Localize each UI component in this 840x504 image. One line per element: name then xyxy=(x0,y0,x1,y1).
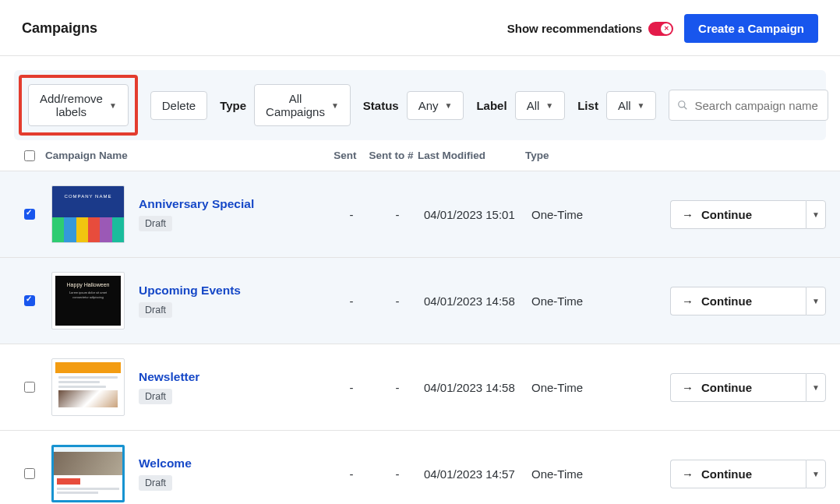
row-action-split-button: → Continue ▼ xyxy=(670,287,826,315)
continue-button[interactable]: → Continue xyxy=(670,287,806,315)
show-recommendations: Show recommendations xyxy=(507,22,673,36)
type-filter: Type All Campaigns ▼ xyxy=(220,84,351,126)
type-cell: One-Time xyxy=(531,208,648,221)
sent-to-cell: - xyxy=(371,294,424,308)
caret-down-icon: ▼ xyxy=(545,101,553,110)
type-cell: One-Time xyxy=(531,381,648,394)
continue-button[interactable]: → Continue xyxy=(670,200,806,229)
type-filter-dropdown[interactable]: All Campaigns ▼ xyxy=(254,84,351,126)
filter-bar: Add/remove labels ▼ Delete Type All Camp… xyxy=(14,70,826,140)
status-badge: Draft xyxy=(139,302,172,318)
label-filter-label: Label xyxy=(476,99,506,112)
caret-down-icon: ▼ xyxy=(331,101,339,110)
arrow-right-icon: → xyxy=(682,467,694,481)
column-header-type: Type xyxy=(525,150,642,161)
table-row: Newsletter Draft - - 04/01/2023 14:58 On… xyxy=(0,344,840,431)
row-checkbox[interactable] xyxy=(24,295,35,306)
add-remove-labels-label: Add/remove labels xyxy=(40,92,103,118)
row-action-split-button: → Continue ▼ xyxy=(670,460,826,488)
campaign-name-link[interactable]: Anniversary Special xyxy=(139,197,254,210)
column-header-sent: Sent xyxy=(326,150,365,161)
caret-down-icon: ▼ xyxy=(637,101,645,110)
caret-down-icon: ▼ xyxy=(445,101,453,110)
type-cell: One-Time xyxy=(531,467,648,481)
list-filter-label: List xyxy=(577,99,598,112)
svg-point-0 xyxy=(679,101,685,107)
status-badge: Draft xyxy=(139,216,172,231)
caret-down-icon: ▼ xyxy=(109,101,117,110)
modified-cell: 04/01/2023 14:58 xyxy=(424,381,531,394)
campaign-name-link[interactable]: Upcoming Events xyxy=(139,284,241,297)
caret-down-icon: ▼ xyxy=(812,297,820,305)
status-filter-value: Any xyxy=(418,99,439,112)
campaign-thumbnail[interactable] xyxy=(51,358,125,416)
search-box[interactable] xyxy=(669,90,828,121)
row-action-dropdown[interactable]: ▼ xyxy=(806,460,826,488)
type-filter-value: All Campaigns xyxy=(266,92,325,118)
page-header: Campaigns Show recommendations Create a … xyxy=(0,0,840,56)
status-filter-label: Status xyxy=(363,99,399,112)
highlight-annotation: Add/remove labels ▼ xyxy=(19,75,138,136)
list-filter-dropdown[interactable]: All ▼ xyxy=(606,91,657,120)
modified-cell: 04/01/2023 14:58 xyxy=(424,294,531,308)
show-recommendations-label: Show recommendations xyxy=(507,22,642,35)
status-filter: Status Any ▼ xyxy=(363,91,464,120)
column-header-sent-to: Sent to # xyxy=(365,150,418,161)
search-input[interactable] xyxy=(694,99,820,112)
status-filter-dropdown[interactable]: Any ▼ xyxy=(407,91,464,120)
label-filter: Label All ▼ xyxy=(476,91,565,120)
row-action-dropdown[interactable]: ▼ xyxy=(806,200,826,229)
svg-line-1 xyxy=(684,107,687,110)
campaign-name-link[interactable]: Newsletter xyxy=(139,370,199,383)
list-filter: List All ▼ xyxy=(577,91,656,120)
column-header-modified: Last Modified xyxy=(418,150,525,161)
recommendations-toggle[interactable] xyxy=(648,22,673,36)
row-action-dropdown[interactable]: ▼ xyxy=(806,373,826,402)
label-filter-dropdown[interactable]: All ▼ xyxy=(515,91,566,120)
arrow-right-icon: → xyxy=(682,381,694,394)
create-campaign-button[interactable]: Create a Campaign xyxy=(684,14,818,43)
table-row: Happy Halloween Lorem ipsum dolor sit am… xyxy=(0,258,840,344)
status-badge: Draft xyxy=(139,389,172,404)
table-row: Welcome Draft - - 04/01/2023 14:57 One-T… xyxy=(0,431,840,504)
add-remove-labels-button[interactable]: Add/remove labels ▼ xyxy=(28,84,129,126)
sent-to-cell: - xyxy=(371,381,424,394)
label-filter-value: All xyxy=(527,99,540,112)
select-all-cell xyxy=(14,150,45,161)
close-icon xyxy=(661,23,672,34)
row-action-split-button: → Continue ▼ xyxy=(670,373,826,402)
header-actions: Show recommendations Create a Campaign xyxy=(507,14,818,43)
type-cell: One-Time xyxy=(531,294,648,308)
continue-label: Continue xyxy=(701,208,752,221)
type-filter-label: Type xyxy=(220,99,246,112)
column-header-name: Campaign Name xyxy=(45,150,326,161)
page-title: Campaigns xyxy=(22,20,97,37)
arrow-right-icon: → xyxy=(682,294,694,308)
campaign-thumbnail[interactable]: Happy Halloween Lorem ipsum dolor sit am… xyxy=(51,272,125,330)
continue-label: Continue xyxy=(701,381,752,394)
select-all-checkbox[interactable] xyxy=(24,150,35,161)
row-checkbox[interactable] xyxy=(24,382,35,393)
delete-button[interactable]: Delete xyxy=(150,91,207,120)
search-icon xyxy=(677,100,688,111)
caret-down-icon: ▼ xyxy=(812,470,820,478)
continue-button[interactable]: → Continue xyxy=(670,373,806,402)
status-badge: Draft xyxy=(139,475,172,491)
table-row: COMPANY NAME Anniversary Special Draft -… xyxy=(0,171,840,258)
row-action-dropdown[interactable]: ▼ xyxy=(806,287,826,315)
campaign-thumbnail[interactable] xyxy=(51,445,125,502)
continue-label: Continue xyxy=(701,467,752,481)
arrow-right-icon: → xyxy=(682,208,694,221)
row-checkbox[interactable] xyxy=(24,468,35,479)
table-header: Campaign Name Sent Sent to # Last Modifi… xyxy=(0,140,840,171)
continue-button[interactable]: → Continue xyxy=(670,460,806,488)
caret-down-icon: ▼ xyxy=(812,210,820,219)
campaign-name-link[interactable]: Welcome xyxy=(139,456,192,470)
sent-cell: - xyxy=(332,208,371,221)
row-checkbox[interactable] xyxy=(24,209,35,220)
sent-to-cell: - xyxy=(371,208,424,221)
caret-down-icon: ▼ xyxy=(812,383,820,392)
continue-label: Continue xyxy=(701,294,752,308)
sent-to-cell: - xyxy=(371,467,424,481)
campaign-thumbnail[interactable]: COMPANY NAME xyxy=(51,185,125,243)
